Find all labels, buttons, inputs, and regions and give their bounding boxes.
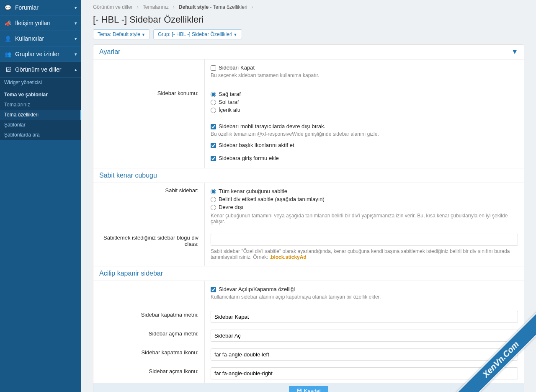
bullhorn-icon: 📣 xyxy=(4,20,12,26)
user-icon: 👤 xyxy=(4,36,12,42)
caret-down-icon: ▼ xyxy=(234,33,237,37)
save-bar: 🖫 Kaydet xyxy=(93,383,524,392)
opt-sticky-div[interactable]: Belirli div etiketi sabitle (aşağıda tan… xyxy=(211,196,518,202)
checkbox-disable-mobile[interactable] xyxy=(211,124,216,129)
input-close-icon[interactable] xyxy=(211,348,518,361)
checkbox-heading-icons[interactable] xyxy=(211,143,216,148)
checkbox-toggle-enable[interactable] xyxy=(211,287,216,292)
users-icon: 👥 xyxy=(4,51,12,57)
subnav-widget-manager[interactable]: Widget yöneticisi xyxy=(0,77,81,88)
theme-select-button[interactable]: Tema: Default style▼ xyxy=(93,29,150,39)
opt-login-form[interactable]: Sidebara giriş formu ekle xyxy=(211,155,518,161)
chevron-right-icon xyxy=(136,4,139,10)
chevron-down-icon: ▾ xyxy=(75,21,77,26)
label-position: Sidebar konumu: xyxy=(93,86,204,118)
radio-sticky-off[interactable] xyxy=(211,205,216,210)
crumb-themes[interactable]: Temalarınız xyxy=(143,4,169,10)
section-settings-head[interactable]: Ayarlar ▼ xyxy=(93,45,524,59)
chevron-up-icon: ▴ xyxy=(75,67,77,72)
toolbar: Tema: Default style▼ Grup: [- HBL -] Sid… xyxy=(93,29,524,39)
page-title: [- HBL -] Sidebar Özellikleri xyxy=(93,14,524,25)
nav-label: Görünüm ve diller xyxy=(15,66,75,73)
settings-block: Ayarlar ▼ Sidebarı Kapat Bu seçenek side… xyxy=(93,44,524,392)
group-select-button[interactable]: Grup: [- HBL -] Sidebar Özellikleri▼ xyxy=(153,29,242,39)
chevron-right-icon xyxy=(251,4,254,10)
opt-position-below[interactable]: İçerik altı xyxy=(211,107,518,113)
input-open-text[interactable] xyxy=(211,330,518,342)
save-icon: 🖫 xyxy=(296,388,302,392)
nav-forums[interactable]: 💬 Forumlar ▾ xyxy=(0,0,81,15)
opt-heading-icons[interactable]: Sidebar başlık ikonlarını aktif et xyxy=(211,142,518,148)
collapse-icon[interactable]: ▼ xyxy=(511,48,518,56)
crumb-sep: - xyxy=(210,4,213,10)
admin-sidebar: 💬 Forumlar ▾ 📣 İletişim yolları ▾ 👤 Kull… xyxy=(0,0,81,392)
caret-down-icon: ▼ xyxy=(142,33,145,37)
image-icon: 🖼 xyxy=(4,67,12,73)
nav-label: Forumlar xyxy=(15,4,75,11)
save-button[interactable]: 🖫 Kaydet xyxy=(289,386,328,392)
hint-close-sidebar: Bu seçenek sidebarı tamamen kullanıma ka… xyxy=(211,72,518,78)
nav-appearance-sub: Widget yöneticisi Tema ve şablonlar Tema… xyxy=(0,77,81,140)
hint-sticky: Kenar çubuğunun tamamını veya aşağıda ta… xyxy=(211,213,518,224)
nav-groups[interactable]: 👥 Gruplar ve izinler ▾ xyxy=(0,46,81,62)
nav-contact[interactable]: 📣 İletişim yolları ▾ xyxy=(0,15,81,31)
subnav-themes[interactable]: Temalarınız xyxy=(0,100,81,110)
crumb-appearance[interactable]: Görünüm ve diller xyxy=(93,4,133,10)
hint-toggle-enable: Kullanıcıların sidebar alanını açıp kapa… xyxy=(211,294,518,300)
breadcrumb: Görünüm ve diller Temalarınız Default st… xyxy=(93,3,524,13)
checkbox-login-form[interactable] xyxy=(211,156,216,161)
opt-position-right[interactable]: Sağ taraf xyxy=(211,91,518,97)
crumb-properties[interactable]: Tema özellikleri xyxy=(213,4,247,10)
chevron-down-icon: ▾ xyxy=(75,36,77,41)
opt-toggle-enable[interactable]: Sidevar Açılıp/Kapanma özelliği xyxy=(211,286,518,292)
label-sticky: Sabit sidebar: xyxy=(93,183,204,230)
label-open-text: Sidebar açma metni: xyxy=(93,326,204,345)
nav-appearance[interactable]: 🖼 Görünüm ve diller ▴ xyxy=(0,62,81,77)
subnav-template-search[interactable]: Şablonlarda ara xyxy=(0,130,81,140)
hint-disable-mobile: Bu özellik temanızın @xf-responsiveWide … xyxy=(211,131,518,137)
input-open-icon[interactable] xyxy=(211,367,518,379)
nav-label: Kullanıcılar xyxy=(15,35,75,42)
nav-users[interactable]: 👤 Kullanıcılar ▾ xyxy=(0,31,81,46)
main-content: Görünüm ve diller Temalarınız Default st… xyxy=(81,0,536,392)
nav-label: Gruplar ve izinler xyxy=(15,51,75,57)
section-toggle-head: Acilip kapanir sidebar xyxy=(93,266,524,281)
section-sticky-head: Sabit kenar cubugu xyxy=(93,168,524,183)
opt-close-sidebar[interactable]: Sidebarı Kapat xyxy=(211,64,518,71)
subnav-group-themes[interactable]: Tema ve şablonlar xyxy=(0,88,81,100)
subnav-templates[interactable]: Şablonlar xyxy=(0,120,81,130)
label-close-text: Sidebar kapatma metni: xyxy=(93,307,204,326)
opt-disable-mobile[interactable]: Sidebarı mobil tarayıcılarda devre dışı … xyxy=(211,123,518,129)
label-close-icon: Sidebar kapatma ikonu: xyxy=(93,345,204,364)
radio-sticky-div[interactable] xyxy=(211,197,216,202)
hint-sticky-class: Sabit sidebar "Özel div'i sabitle" olara… xyxy=(211,248,518,260)
radio-position-below[interactable] xyxy=(211,108,216,113)
nav-label: İletişim yolları xyxy=(15,20,75,26)
label-sticky-class: Sabitlemek istediğiniz sidebar blogu div… xyxy=(93,230,204,266)
chevron-down-icon: ▾ xyxy=(75,5,77,10)
subnav-theme-properties[interactable]: Tema özellikleri xyxy=(0,110,81,120)
opt-sticky-all[interactable]: Tüm kenar çubuğunu sabitle xyxy=(211,188,518,194)
opt-sticky-off[interactable]: Devre dışı xyxy=(211,204,518,210)
checkbox-close-sidebar[interactable] xyxy=(211,65,216,71)
chevron-right-icon xyxy=(172,4,175,10)
radio-position-left[interactable] xyxy=(211,100,216,105)
comments-icon: 💬 xyxy=(4,5,12,11)
input-close-text[interactable] xyxy=(211,311,518,323)
radio-sticky-all[interactable] xyxy=(211,189,216,194)
crumb-style[interactable]: Default style xyxy=(179,4,209,10)
opt-position-left[interactable]: Sol taraf xyxy=(211,99,518,105)
chevron-down-icon: ▾ xyxy=(75,52,77,57)
radio-position-right[interactable] xyxy=(211,92,216,97)
input-sticky-class[interactable] xyxy=(211,234,518,246)
label-open-icon: Sidebar açma ikonu: xyxy=(93,364,204,383)
